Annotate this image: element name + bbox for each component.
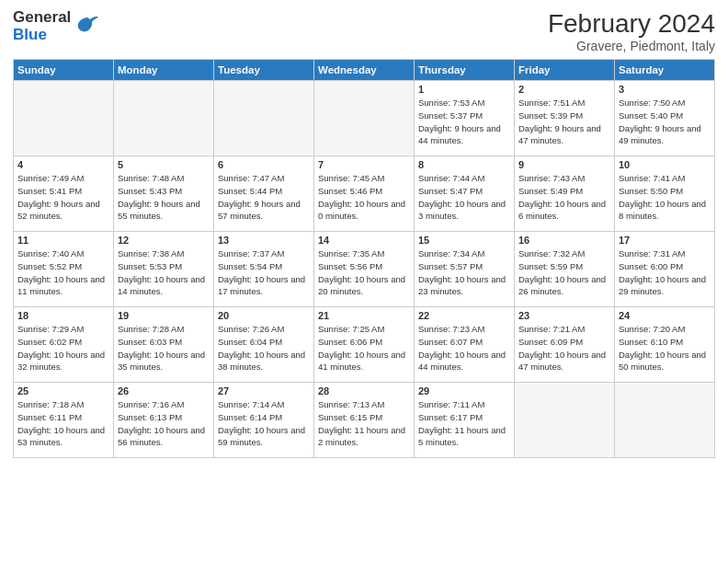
day-number: 5	[118, 159, 210, 170]
week-row-3: 18Sunrise: 7:29 AM Sunset: 6:02 PM Dayli…	[14, 307, 715, 383]
day-cell: 1Sunrise: 7:53 AM Sunset: 5:37 PM Daylig…	[415, 81, 515, 156]
day-info: Sunrise: 7:47 AM Sunset: 5:44 PM Dayligh…	[218, 172, 310, 223]
day-number: 26	[118, 385, 210, 396]
week-row-0: 1Sunrise: 7:53 AM Sunset: 5:37 PM Daylig…	[14, 81, 715, 156]
day-number: 12	[118, 235, 210, 246]
day-cell: 20Sunrise: 7:26 AM Sunset: 6:04 PM Dayli…	[214, 307, 314, 383]
day-number: 13	[218, 235, 310, 246]
logo-bird-icon	[74, 13, 101, 40]
header-wednesday: Wednesday	[314, 60, 415, 81]
day-number: 16	[518, 235, 610, 246]
month-year: February 2024	[548, 9, 715, 39]
day-info: Sunrise: 7:29 AM Sunset: 6:02 PM Dayligh…	[17, 323, 109, 373]
day-info: Sunrise: 7:43 AM Sunset: 5:49 PM Dayligh…	[518, 172, 610, 223]
day-cell: 11Sunrise: 7:40 AM Sunset: 5:52 PM Dayli…	[14, 232, 114, 307]
day-info: Sunrise: 7:11 AM Sunset: 6:17 PM Dayligh…	[418, 398, 510, 449]
day-number: 23	[518, 310, 610, 321]
day-cell: 8Sunrise: 7:44 AM Sunset: 5:47 PM Daylig…	[415, 156, 515, 232]
day-number: 21	[318, 310, 410, 321]
day-info: Sunrise: 7:23 AM Sunset: 6:07 PM Dayligh…	[418, 323, 510, 373]
day-cell	[615, 383, 715, 458]
day-info: Sunrise: 7:20 AM Sunset: 6:10 PM Dayligh…	[619, 323, 711, 373]
day-info: Sunrise: 7:45 AM Sunset: 5:46 PM Dayligh…	[318, 172, 410, 223]
logo: General Blue	[13, 9, 101, 43]
day-cell: 26Sunrise: 7:16 AM Sunset: 6:13 PM Dayli…	[114, 383, 214, 458]
day-number: 25	[17, 385, 109, 396]
day-info: Sunrise: 7:41 AM Sunset: 5:50 PM Dayligh…	[619, 172, 711, 223]
day-number: 1	[418, 84, 510, 95]
title-block: February 2024 Gravere, Piedmont, Italy	[548, 9, 715, 53]
day-cell	[314, 81, 415, 156]
day-info: Sunrise: 7:32 AM Sunset: 5:59 PM Dayligh…	[518, 247, 610, 298]
day-info: Sunrise: 7:21 AM Sunset: 6:09 PM Dayligh…	[518, 323, 610, 373]
day-cell: 15Sunrise: 7:34 AM Sunset: 5:57 PM Dayli…	[415, 232, 515, 307]
day-cell	[114, 81, 214, 156]
day-cell: 10Sunrise: 7:41 AM Sunset: 5:50 PM Dayli…	[615, 156, 715, 232]
day-number: 3	[619, 84, 711, 95]
day-info: Sunrise: 7:40 AM Sunset: 5:52 PM Dayligh…	[17, 247, 109, 298]
day-cell: 13Sunrise: 7:37 AM Sunset: 5:54 PM Dayli…	[214, 232, 314, 307]
day-info: Sunrise: 7:34 AM Sunset: 5:57 PM Dayligh…	[418, 247, 510, 298]
day-cell: 21Sunrise: 7:25 AM Sunset: 6:06 PM Dayli…	[314, 307, 415, 383]
day-number: 7	[318, 159, 410, 170]
day-cell: 22Sunrise: 7:23 AM Sunset: 6:07 PM Dayli…	[415, 307, 515, 383]
day-number: 18	[17, 310, 109, 321]
day-info: Sunrise: 7:28 AM Sunset: 6:03 PM Dayligh…	[118, 323, 210, 373]
day-cell: 4Sunrise: 7:49 AM Sunset: 5:41 PM Daylig…	[14, 156, 114, 232]
day-cell	[515, 383, 615, 458]
day-number: 19	[118, 310, 210, 321]
header-tuesday: Tuesday	[214, 60, 314, 81]
day-cell: 25Sunrise: 7:18 AM Sunset: 6:11 PM Dayli…	[14, 383, 114, 458]
day-cell: 19Sunrise: 7:28 AM Sunset: 6:03 PM Dayli…	[114, 307, 214, 383]
header-thursday: Thursday	[415, 60, 515, 81]
day-cell: 29Sunrise: 7:11 AM Sunset: 6:17 PM Dayli…	[415, 383, 515, 458]
day-info: Sunrise: 7:50 AM Sunset: 5:40 PM Dayligh…	[619, 97, 711, 147]
day-cell: 16Sunrise: 7:32 AM Sunset: 5:59 PM Dayli…	[515, 232, 615, 307]
day-number: 15	[418, 235, 510, 246]
day-info: Sunrise: 7:35 AM Sunset: 5:56 PM Dayligh…	[318, 247, 410, 298]
day-cell	[214, 81, 314, 156]
day-number: 22	[418, 310, 510, 321]
day-cell: 27Sunrise: 7:14 AM Sunset: 6:14 PM Dayli…	[214, 383, 314, 458]
day-cell: 28Sunrise: 7:13 AM Sunset: 6:15 PM Dayli…	[314, 383, 415, 458]
day-info: Sunrise: 7:44 AM Sunset: 5:47 PM Dayligh…	[418, 172, 510, 223]
week-row-1: 4Sunrise: 7:49 AM Sunset: 5:41 PM Daylig…	[14, 156, 715, 232]
day-info: Sunrise: 7:49 AM Sunset: 5:41 PM Dayligh…	[17, 172, 109, 223]
day-number: 11	[17, 235, 109, 246]
week-row-4: 25Sunrise: 7:18 AM Sunset: 6:11 PM Dayli…	[14, 383, 715, 458]
day-number: 10	[619, 159, 711, 170]
day-info: Sunrise: 7:37 AM Sunset: 5:54 PM Dayligh…	[218, 247, 310, 298]
day-number: 28	[318, 385, 410, 396]
day-info: Sunrise: 7:26 AM Sunset: 6:04 PM Dayligh…	[218, 323, 310, 373]
main-container: General Blue February 2024 Gravere, Pied…	[0, 0, 728, 465]
calendar-table: SundayMondayTuesdayWednesdayThursdayFrid…	[13, 59, 715, 458]
week-row-2: 11Sunrise: 7:40 AM Sunset: 5:52 PM Dayli…	[14, 232, 715, 307]
logo-general-text: General	[13, 9, 71, 27]
day-cell: 7Sunrise: 7:45 AM Sunset: 5:46 PM Daylig…	[314, 156, 415, 232]
day-info: Sunrise: 7:48 AM Sunset: 5:43 PM Dayligh…	[118, 172, 210, 223]
header-sunday: Sunday	[14, 60, 114, 81]
day-number: 4	[17, 159, 109, 170]
day-cell: 5Sunrise: 7:48 AM Sunset: 5:43 PM Daylig…	[114, 156, 214, 232]
day-cell: 18Sunrise: 7:29 AM Sunset: 6:02 PM Dayli…	[14, 307, 114, 383]
day-cell: 3Sunrise: 7:50 AM Sunset: 5:40 PM Daylig…	[615, 81, 715, 156]
day-info: Sunrise: 7:31 AM Sunset: 6:00 PM Dayligh…	[619, 247, 711, 298]
day-cell: 6Sunrise: 7:47 AM Sunset: 5:44 PM Daylig…	[214, 156, 314, 232]
day-cell: 9Sunrise: 7:43 AM Sunset: 5:49 PM Daylig…	[515, 156, 615, 232]
day-info: Sunrise: 7:16 AM Sunset: 6:13 PM Dayligh…	[118, 398, 210, 449]
day-cell: 14Sunrise: 7:35 AM Sunset: 5:56 PM Dayli…	[314, 232, 415, 307]
day-cell: 23Sunrise: 7:21 AM Sunset: 6:09 PM Dayli…	[515, 307, 615, 383]
logo-blue-text: Blue	[13, 27, 71, 44]
header-monday: Monday	[114, 60, 214, 81]
day-cell	[14, 81, 114, 156]
day-info: Sunrise: 7:13 AM Sunset: 6:15 PM Dayligh…	[318, 398, 410, 449]
day-number: 2	[518, 84, 610, 95]
day-info: Sunrise: 7:25 AM Sunset: 6:06 PM Dayligh…	[318, 323, 410, 373]
day-number: 14	[318, 235, 410, 246]
day-number: 6	[218, 159, 310, 170]
day-cell: 17Sunrise: 7:31 AM Sunset: 6:00 PM Dayli…	[615, 232, 715, 307]
day-cell: 12Sunrise: 7:38 AM Sunset: 5:53 PM Dayli…	[114, 232, 214, 307]
day-cell: 2Sunrise: 7:51 AM Sunset: 5:39 PM Daylig…	[515, 81, 615, 156]
location: Gravere, Piedmont, Italy	[548, 39, 715, 53]
day-number: 17	[619, 235, 711, 246]
